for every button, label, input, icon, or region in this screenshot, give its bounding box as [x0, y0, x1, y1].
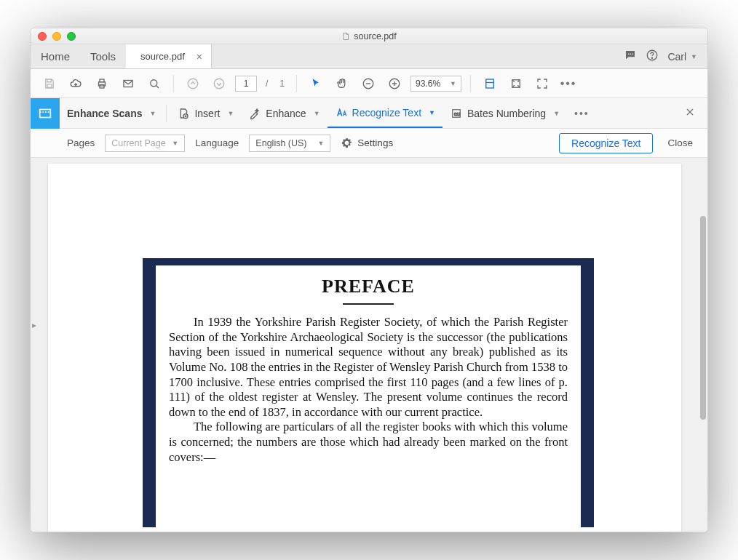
enhance-icon — [248, 107, 261, 120]
document-viewport[interactable]: ▸ PREFACE In 1939 the Yorkshire Parish R… — [31, 158, 707, 532]
zoom-value: 93.6% — [416, 79, 440, 89]
recognize-text-button[interactable]: Recognize Text — [559, 133, 653, 153]
recognize-text-dropdown[interactable]: Recognize Text▼ — [328, 98, 443, 128]
recognize-text-subbar: Pages Current Page▼ Language English (US… — [31, 129, 707, 158]
language-label: Language — [195, 137, 239, 148]
svg-point-0 — [628, 53, 630, 55]
page-total: 1 — [279, 79, 285, 89]
doc-heading: PREFACE — [169, 276, 568, 297]
hand-tool-icon[interactable] — [332, 73, 352, 94]
svg-rect-15 — [486, 79, 494, 88]
svg-point-12 — [214, 79, 224, 89]
close-toolbar-button[interactable] — [672, 106, 707, 121]
enhance-dropdown[interactable]: Enhance▼ — [241, 98, 327, 128]
zoom-select[interactable]: 93.6%▼ — [410, 76, 461, 92]
pdf-file-icon — [341, 31, 350, 41]
zoom-out-icon[interactable] — [358, 73, 378, 94]
more-toolbar-icon[interactable]: ••• — [558, 73, 579, 94]
svg-rect-5 — [47, 84, 52, 87]
insert-label: Insert — [194, 108, 220, 119]
svg-rect-17 — [40, 109, 51, 117]
page-number-input[interactable] — [235, 76, 257, 92]
search-icon[interactable] — [144, 73, 164, 94]
enhance-scans-dropdown[interactable]: Enhance Scans▼ — [60, 98, 163, 128]
svg-rect-7 — [100, 79, 104, 82]
fit-page-icon[interactable] — [506, 73, 526, 94]
svg-point-2 — [632, 53, 634, 55]
window-minimize-button[interactable] — [52, 32, 61, 41]
bates-icon: 012 — [450, 107, 463, 120]
gear-icon — [341, 137, 353, 149]
svg-text:012: 012 — [454, 112, 461, 116]
bates-dropdown[interactable]: 012 Bates Numbering▼ — [443, 98, 567, 128]
selection-tool-icon[interactable] — [306, 73, 326, 94]
close-subbar-button[interactable]: Close — [663, 137, 697, 148]
tab-home[interactable]: Home — [31, 44, 80, 68]
page-up-icon[interactable] — [183, 73, 203, 94]
settings-button[interactable]: Settings — [341, 137, 393, 149]
window-zoom-button[interactable] — [67, 32, 76, 41]
bates-label: Bates Numbering — [467, 108, 546, 119]
chat-icon[interactable] — [624, 49, 637, 65]
titlebar: source.pdf — [31, 28, 707, 44]
settings-label: Settings — [357, 137, 393, 148]
tools-toolbar: Enhance Scans▼ Insert▼ Enhance▼ Recogniz… — [31, 98, 707, 129]
enhance-scans-label: Enhance Scans — [67, 108, 143, 119]
vertical-scrollbar[interactable] — [700, 216, 706, 420]
pages-select[interactable]: Current Page▼ — [105, 135, 185, 152]
window-close-button[interactable] — [38, 32, 47, 41]
tab-close-button[interactable]: × — [197, 51, 202, 63]
user-menu[interactable]: Carl ▼ — [667, 51, 697, 63]
user-name: Carl — [667, 51, 686, 63]
main-toolbar: / 1 93.6%▼ ••• — [31, 69, 707, 98]
svg-point-10 — [151, 79, 157, 86]
more-tools-button[interactable]: ••• — [567, 98, 597, 128]
insert-icon — [177, 107, 190, 120]
doc-paragraph-2: The following are particulars of all the… — [169, 420, 568, 465]
page-down-icon[interactable] — [209, 73, 229, 94]
fullscreen-icon[interactable] — [532, 73, 552, 94]
insert-dropdown[interactable]: Insert▼ — [170, 98, 241, 128]
fit-width-icon[interactable] — [480, 73, 500, 94]
email-icon[interactable] — [118, 73, 138, 94]
svg-point-11 — [188, 79, 198, 89]
page-separator: / — [266, 79, 268, 89]
enhance-label: Enhance — [266, 108, 306, 119]
tab-tools[interactable]: Tools — [80, 44, 126, 68]
svg-rect-8 — [100, 84, 104, 88]
app-window: source.pdf Home Tools source.pdf × Carl … — [30, 28, 708, 532]
zoom-in-icon[interactable] — [384, 73, 405, 94]
save-icon[interactable] — [39, 73, 60, 94]
recognize-text-icon — [335, 106, 348, 119]
recognize-text-label: Recognize Text — [352, 107, 421, 119]
svg-point-1 — [630, 53, 632, 55]
window-title: source.pdf — [354, 31, 396, 41]
pages-label: Pages — [67, 137, 95, 148]
cloud-upload-icon[interactable] — [66, 73, 86, 94]
print-icon[interactable] — [92, 73, 112, 94]
tab-document-label: source.pdf — [140, 51, 185, 62]
help-icon[interactable] — [646, 49, 659, 65]
doc-paragraph-1: In 1939 the Yorkshire Parish Register So… — [169, 315, 568, 420]
tab-document[interactable]: source.pdf × — [126, 44, 212, 68]
scanned-content: PREFACE In 1939 the Yorkshire Parish Reg… — [143, 258, 594, 527]
svg-point-4 — [652, 57, 653, 58]
document-page: PREFACE In 1939 the Yorkshire Parish Reg… — [48, 164, 681, 532]
language-select[interactable]: English (US)▼ — [249, 135, 330, 152]
tab-row: Home Tools source.pdf × Carl ▼ — [31, 44, 707, 69]
collapse-sidebar-handle[interactable]: ▸ — [31, 311, 38, 340]
enhance-scans-tool-icon[interactable] — [31, 98, 60, 129]
